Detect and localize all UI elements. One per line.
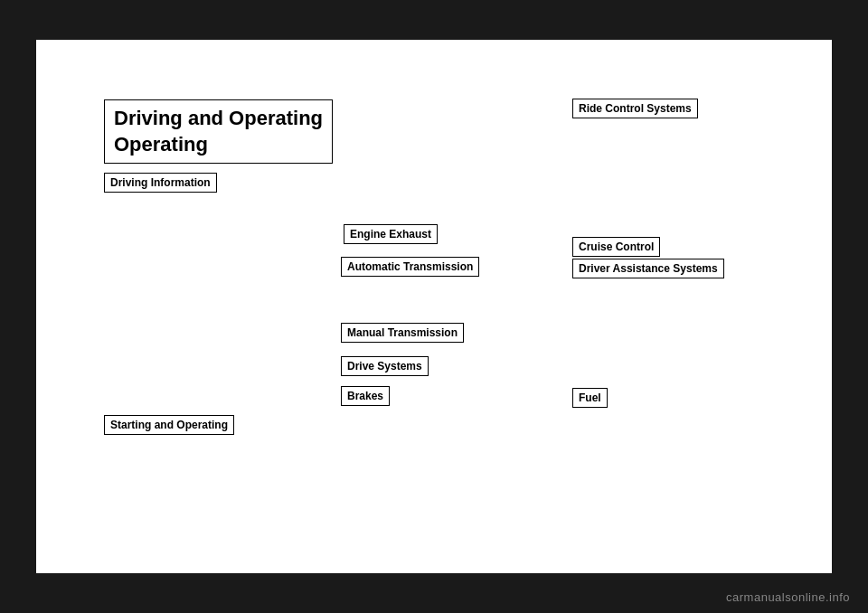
content-area: Driving and Operating Operating Driving … (36, 40, 832, 573)
watermark: carmanualsonline.info (726, 590, 850, 604)
automatic-transmission-link[interactable]: Automatic Transmission (341, 257, 479, 277)
cruise-control-link[interactable]: Cruise Control (572, 237, 660, 257)
main-title-line1: Driving and Operating (114, 106, 323, 132)
fuel-link[interactable]: Fuel (572, 388, 608, 408)
brakes-link[interactable]: Brakes (341, 386, 390, 406)
engine-exhaust-link[interactable]: Engine Exhaust (344, 224, 438, 244)
main-title-block[interactable]: Driving and Operating Operating (104, 99, 333, 164)
page-container: Driving and Operating Operating Driving … (36, 40, 832, 573)
driver-assistance-systems-link[interactable]: Driver Assistance Systems (572, 259, 724, 278)
driving-information-link[interactable]: Driving Information (104, 173, 217, 193)
main-title-line2: Operating (114, 132, 323, 158)
starting-and-operating-link[interactable]: Starting and Operating (104, 415, 234, 435)
ride-control-systems-link[interactable]: Ride Control Systems (572, 99, 698, 118)
manual-transmission-link[interactable]: Manual Transmission (341, 323, 464, 343)
drive-systems-link[interactable]: Drive Systems (341, 356, 429, 376)
